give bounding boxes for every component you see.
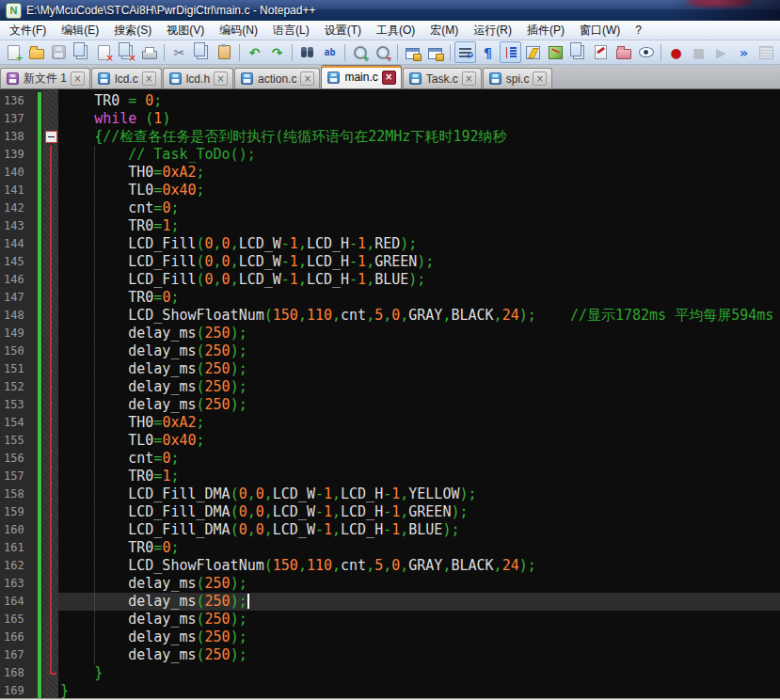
find-icon: [301, 50, 307, 57]
macro-record-icon[interactable]: ●: [665, 41, 687, 63]
sync-horizontal-icon[interactable]: [424, 41, 446, 63]
macro-play-icon[interactable]: ▶: [710, 41, 732, 63]
find-icon[interactable]: [296, 41, 318, 63]
tab-close-icon[interactable]: ×: [142, 72, 156, 86]
indent: [60, 628, 128, 645]
code-line[interactable]: delay_ms(250);: [58, 342, 780, 360]
folder-as-workspace-icon[interactable]: [613, 41, 634, 63]
tab-close-icon[interactable]: ×: [71, 72, 85, 86]
menu-item[interactable]: 文件(F): [2, 21, 54, 40]
copy-icon[interactable]: [191, 41, 213, 63]
tab--1[interactable]: 新文件 1×: [0, 68, 90, 88]
fold-cell: [43, 557, 58, 575]
code-line[interactable]: TL0=0x40;: [58, 432, 780, 450]
document-list-icon[interactable]: [567, 41, 589, 63]
code-line[interactable]: TR0 = 0;: [58, 92, 780, 110]
macro-run-multiple-icon[interactable]: »: [733, 41, 755, 63]
menu-item[interactable]: 插件(P): [519, 21, 572, 40]
code-line[interactable]: LCD_Fill(0,0,LCD_W-1,LCD_H-1,GREEN);: [58, 253, 780, 271]
menu-item[interactable]: ?: [628, 22, 649, 39]
menu-item[interactable]: 宏(M): [422, 21, 466, 40]
menu-item[interactable]: 语言(L): [265, 21, 317, 40]
code-line[interactable]: LCD_Fill(0,0,LCD_W-1,LCD_H-1,BLUE);: [58, 271, 780, 289]
open-file-icon[interactable]: [25, 41, 47, 63]
code-line[interactable]: TR0=0;: [58, 289, 780, 307]
menu-item[interactable]: 编码(N): [212, 21, 265, 40]
replace-icon[interactable]: ab: [319, 41, 341, 63]
close-all-icon[interactable]: ×: [116, 41, 137, 63]
code-line[interactable]: LCD_ShowFloatNum(150,110,cnt,5,0,GRAY,BL…: [58, 557, 780, 575]
macro-edit-icon[interactable]: [590, 41, 612, 63]
tab-lcd.h[interactable]: lcd.h×: [163, 68, 233, 88]
tab-main.c[interactable]: main.c×: [321, 65, 401, 88]
code-line[interactable]: TR0=1;: [58, 468, 780, 485]
code-line[interactable]: TH0=0xA2;: [58, 414, 780, 432]
code-line[interactable]: }: [58, 664, 780, 682]
code-line[interactable]: delay_ms(250);: [58, 646, 780, 664]
zoom-in-icon[interactable]: +: [349, 41, 371, 63]
tab-close-icon[interactable]: ×: [300, 72, 314, 86]
code-line[interactable]: delay_ms(250);: [58, 378, 780, 396]
code-line[interactable]: delay_ms(250);: [58, 325, 780, 342]
code-line[interactable]: TR0=1;: [58, 217, 780, 235]
menu-item[interactable]: 窗口(W): [572, 21, 628, 40]
sync-vertical-icon[interactable]: [402, 41, 423, 63]
code-line[interactable]: TH0=0xA2;: [58, 164, 780, 182]
code-line[interactable]: // Task_ToDo();: [58, 146, 780, 164]
undo-icon[interactable]: ↶: [244, 41, 265, 63]
code-line[interactable]: delay_ms(250);: [58, 575, 780, 593]
code-line[interactable]: }: [58, 682, 780, 698]
token-op: );: [231, 396, 247, 413]
code-line[interactable]: delay_ms(250);: [58, 611, 780, 628]
code-line[interactable]: LCD_Fill_DMA(0,0,LCD_W-1,LCD_H-1,GREEN);: [58, 503, 780, 521]
monitoring-icon[interactable]: [635, 41, 657, 63]
save-all-icon[interactable]: [71, 41, 92, 63]
menu-item[interactable]: 视图(V): [159, 21, 212, 40]
tab-close-icon[interactable]: ×: [382, 71, 396, 85]
menu-item[interactable]: 编辑(E): [54, 21, 106, 40]
macro-stop-icon[interactable]: ■: [688, 41, 709, 63]
fold-collapse-icon[interactable]: [45, 131, 57, 143]
function-list-icon[interactable]: [522, 41, 544, 63]
line-number: 163: [0, 575, 38, 593]
code-line[interactable]: cnt=0;: [58, 199, 780, 217]
tab-close-icon[interactable]: ×: [214, 72, 228, 86]
paste-icon[interactable]: [214, 41, 235, 63]
new-file-icon[interactable]: +: [3, 41, 24, 63]
close-icon[interactable]: ×: [93, 41, 115, 63]
tab-Task.c[interactable]: Task.c×: [403, 68, 482, 88]
code-line[interactable]: delay_ms(250);: [58, 396, 780, 414]
show-all-characters-icon[interactable]: ¶: [477, 41, 499, 63]
tab-spi.c[interactable]: spi.c×: [483, 68, 553, 88]
menu-item[interactable]: 搜索(S): [106, 21, 159, 40]
code-line[interactable]: TL0=0x40;: [58, 182, 780, 199]
code-line[interactable]: delay_ms(250);: [58, 360, 780, 378]
print-icon[interactable]: [138, 41, 160, 63]
word-wrap-icon[interactable]: [454, 41, 476, 63]
code-line[interactable]: delay_ms(250);: [58, 628, 780, 646]
code-line[interactable]: LCD_Fill(0,0,LCD_W-1,LCD_H-1,RED);: [58, 235, 780, 253]
code-view[interactable]: TR0 = 0; while (1) {//检查各任务是否到时执行(纯循环语句在…: [58, 89, 780, 698]
code-line[interactable]: TR0=0;: [58, 539, 780, 557]
code-line[interactable]: LCD_Fill_DMA(0,0,LCD_W-1,LCD_H-1,YELLOW)…: [58, 485, 780, 503]
redo-icon[interactable]: ↷: [266, 41, 288, 63]
code-line[interactable]: cnt=0;: [58, 450, 780, 468]
macro-save-icon[interactable]: [756, 41, 777, 63]
code-line[interactable]: {//检查各任务是否到时执行(纯循环语句在22MHz下耗时192纳秒: [58, 128, 780, 146]
menu-item[interactable]: 设置(T): [317, 21, 369, 40]
menu-item[interactable]: 工具(O): [369, 21, 422, 40]
zoom-out-icon[interactable]: −: [372, 41, 393, 63]
code-line[interactable]: while (1): [58, 110, 780, 128]
tab-lcd.c[interactable]: lcd.c×: [91, 68, 162, 88]
menu-item[interactable]: 运行(R): [466, 21, 519, 40]
code-line[interactable]: LCD_Fill_DMA(0,0,LCD_W-1,LCD_H-1,BLUE);: [58, 521, 780, 539]
save-icon[interactable]: [48, 41, 70, 63]
tab-close-icon[interactable]: ×: [462, 72, 476, 86]
cut-icon[interactable]: ✂: [168, 41, 190, 63]
document-map-icon[interactable]: [545, 41, 566, 63]
indent-guide-icon[interactable]: [500, 41, 521, 63]
code-line[interactable]: LCD_ShowFloatNum(150,110,cnt,5,0,GRAY,BL…: [58, 307, 780, 325]
tab-action.c[interactable]: action.c×: [234, 68, 320, 88]
code-line[interactable]: delay_ms(250);: [58, 593, 780, 611]
tab-close-icon[interactable]: ×: [533, 72, 547, 86]
